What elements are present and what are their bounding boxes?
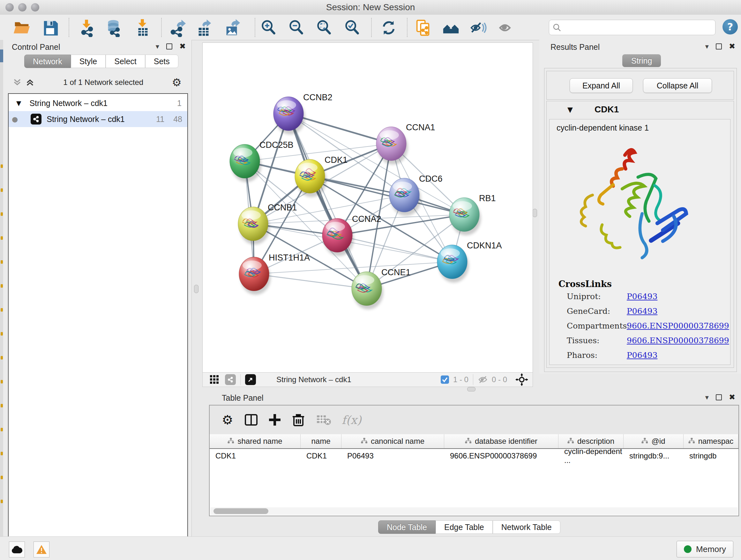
warnings-button[interactable] xyxy=(33,542,50,557)
network-collection-row[interactable]: ▼ String Network – cdk1 1 xyxy=(9,95,187,111)
zoom-selected-icon[interactable] xyxy=(343,18,361,37)
node-CCNE1[interactable]: CCNE1 xyxy=(352,267,411,309)
table-settings-gear-icon[interactable]: ⚙ xyxy=(222,413,233,427)
node-HIST1H1A[interactable]: HIST1H1A xyxy=(239,253,310,295)
cell-description[interactable]: cyclin-dependent ... xyxy=(558,449,623,463)
node-CDC25B[interactable]: CDC25B xyxy=(230,140,293,182)
column-header-id[interactable]: @id xyxy=(623,434,684,448)
delete-column-icon[interactable] xyxy=(291,413,306,427)
collapse-all-icon[interactable] xyxy=(12,78,22,87)
window-zoom-button[interactable] xyxy=(31,3,39,11)
network-graph[interactable]: CCNB2CCNA1CDC25BCDK1CDC6RB1CCNB1CCNA2CDK… xyxy=(203,43,533,373)
panel-menu-icon[interactable]: ▾ xyxy=(705,43,709,51)
network-list: ▼ String Network – cdk1 1 ● String Netwo… xyxy=(8,93,188,560)
birdseye-view-icon[interactable] xyxy=(245,374,256,385)
edge-HIST1H1A-CCNE1[interactable] xyxy=(254,274,367,289)
expand-all-icon[interactable] xyxy=(25,78,35,87)
scrollbar-thumb[interactable] xyxy=(213,508,268,514)
panel-float-icon[interactable] xyxy=(716,44,722,50)
zoom-fit-icon[interactable] xyxy=(315,18,333,37)
selected-checkbox-icon[interactable] xyxy=(441,375,449,384)
tab-network[interactable]: Network xyxy=(24,55,71,68)
homes-icon[interactable] xyxy=(442,18,460,37)
window-minimize-button[interactable] xyxy=(18,3,26,11)
left-splitter-handle[interactable] xyxy=(194,285,199,293)
export-network-icon[interactable] xyxy=(168,18,187,37)
column-header-description[interactable]: description xyxy=(558,434,623,448)
zoom-in-icon[interactable] xyxy=(259,18,278,37)
column-header-database-identifier[interactable]: database identifier xyxy=(444,434,558,448)
tab-string[interactable]: String xyxy=(622,54,661,67)
grid-view-icon[interactable] xyxy=(210,375,219,384)
import-table-icon[interactable] xyxy=(133,18,152,37)
crosslink-pharos[interactable]: P06493 xyxy=(627,351,657,360)
column-header-namespace[interactable]: namespac xyxy=(684,434,738,448)
export-image-icon[interactable] xyxy=(223,18,241,37)
show-panels-icon[interactable] xyxy=(497,18,516,37)
pan-crosshair-icon[interactable] xyxy=(515,373,528,386)
panel-close-icon[interactable]: ✖ xyxy=(729,42,735,51)
disclosure-triangle-icon[interactable]: ▼ xyxy=(16,99,21,107)
search-input[interactable] xyxy=(561,23,712,32)
hide-panels-icon[interactable] xyxy=(469,18,487,37)
node-RB1[interactable]: RB1 xyxy=(449,193,496,235)
crosslink-tissues[interactable]: 9606.ENSP00000378699 xyxy=(627,336,729,345)
column-header-shared-name[interactable]: shared name xyxy=(210,434,300,448)
cloud-button[interactable] xyxy=(9,542,25,557)
section-disclosure-icon[interactable]: ▼ xyxy=(567,106,573,114)
window-close-button[interactable] xyxy=(5,3,14,11)
tab-edge-table[interactable]: Edge Table xyxy=(435,520,493,534)
column-header-canonical-name[interactable]: canonical name xyxy=(341,434,444,448)
tab-sets[interactable]: Sets xyxy=(145,55,179,68)
duplicate-network-icon[interactable] xyxy=(414,18,432,37)
tab-style[interactable]: Style xyxy=(71,55,106,68)
edge-CCNA2-CDKN1A[interactable] xyxy=(337,235,452,262)
export-table-icon[interactable] xyxy=(194,18,213,37)
gear-icon[interactable]: ⚙ xyxy=(172,76,182,89)
memory-button[interactable]: Memory xyxy=(677,541,733,557)
node-CDC6[interactable]: CDC6 xyxy=(389,174,443,216)
cell-shared-name[interactable]: CDK1 xyxy=(210,449,300,463)
network-row[interactable]: ● String Network – cdk1 11 48 xyxy=(9,111,187,127)
expand-all-button[interactable]: Expand All xyxy=(569,78,633,93)
node-CDK1[interactable]: CDK1 xyxy=(295,155,347,197)
node-CDKN1A[interactable]: CDKN1A xyxy=(437,241,502,283)
refresh-layout-icon[interactable] xyxy=(380,18,398,37)
collapse-all-button[interactable]: Collapse All xyxy=(643,78,712,93)
save-session-icon[interactable] xyxy=(41,18,60,37)
cell-canonical-name[interactable]: P06493 xyxy=(341,449,444,463)
import-database-icon[interactable] xyxy=(104,18,123,37)
panel-menu-icon[interactable]: ▾ xyxy=(156,43,159,51)
cell-id[interactable]: stringdb:9... xyxy=(623,449,684,463)
cell-database-identifier[interactable]: 9606.ENSP00000378699 xyxy=(444,449,558,463)
panel-close-icon[interactable]: ✖ xyxy=(729,393,735,401)
open-session-icon[interactable] xyxy=(12,18,31,37)
network-view-icon[interactable] xyxy=(225,374,236,385)
horizontal-scrollbar[interactable] xyxy=(210,507,738,515)
crosslink-uniprot[interactable]: P06493 xyxy=(627,292,657,301)
crosslink-genecard[interactable]: P06493 xyxy=(627,307,657,316)
cell-name[interactable]: CDK1 xyxy=(300,449,341,463)
import-network-icon[interactable] xyxy=(77,18,96,37)
help-button[interactable]: ? xyxy=(723,19,738,35)
panel-menu-icon[interactable]: ▾ xyxy=(705,393,709,401)
panel-close-icon[interactable]: ✖ xyxy=(179,42,186,51)
tab-network-table[interactable]: Network Table xyxy=(493,520,560,534)
node-CCNB2[interactable]: CCNB2 xyxy=(273,92,333,134)
node-CCNB1[interactable]: CCNB1 xyxy=(238,203,297,245)
cell-namespace[interactable]: stringdb xyxy=(684,449,738,463)
panel-float-icon[interactable] xyxy=(716,394,722,400)
add-column-icon[interactable] xyxy=(268,413,282,427)
column-header-name[interactable]: name xyxy=(300,434,341,448)
node-CCNA2[interactable]: CCNA2 xyxy=(322,214,381,256)
tab-node-table[interactable]: Node Table xyxy=(378,520,435,534)
table-row[interactable]: CDK1CDK1P064939606.ENSP00000378699cyclin… xyxy=(210,449,738,463)
tab-select[interactable]: Select xyxy=(106,55,145,68)
show-columns-icon[interactable] xyxy=(244,413,258,427)
zoom-out-icon[interactable] xyxy=(287,18,306,37)
panel-float-icon[interactable] xyxy=(166,44,172,50)
network-canvas[interactable]: CCNB2CCNA1CDC25BCDK1CDC6RB1CCNB1CCNA2CDK… xyxy=(202,43,533,373)
crosslink-compartments[interactable]: 9606.ENSP00000378699 xyxy=(627,321,729,330)
cloud-icon xyxy=(11,545,22,554)
right-splitter-handle[interactable] xyxy=(533,209,537,217)
